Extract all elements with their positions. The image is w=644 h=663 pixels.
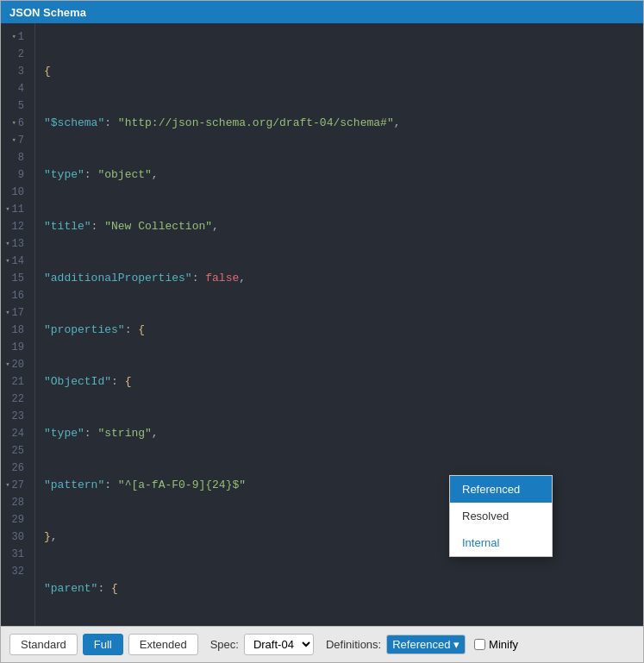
code-line-7: "ObjectId": {	[44, 373, 635, 391]
code-line-3: "type": "object",	[44, 166, 635, 184]
line-num-14: ▾14	[1, 253, 28, 270]
line-num-31: 31	[1, 546, 28, 563]
spec-label: Spec:	[210, 638, 239, 651]
line-num-26: 26	[1, 460, 28, 477]
line-num-9: 9	[1, 166, 28, 184]
code-line-6: "properties": {	[44, 322, 635, 339]
minify-checkbox-wrap: Minify	[474, 638, 518, 651]
line-num-3: 3	[1, 63, 28, 80]
line-num-17: ▾17	[1, 304, 28, 322]
spec-select[interactable]: Draft-04	[244, 634, 314, 655]
line-numbers: ▾1 2 3 4 5 ▾6 ▾7 8 9 10 ▾11 12 ▾13 ▾14 1…	[1, 23, 35, 626]
line-num-10: 10	[1, 184, 28, 201]
line-num-27: ▾27	[1, 477, 28, 494]
title-bar: JSON Schema	[1, 1, 643, 23]
code-line-1: {	[44, 63, 635, 80]
bottom-toolbar: Standard Full Extended Spec: Draft-04 De…	[1, 626, 643, 662]
line-num-4: 4	[1, 80, 28, 97]
line-num-32: 32	[1, 563, 28, 580]
tab-standard-button[interactable]: Standard	[9, 634, 78, 655]
line-num-21: 21	[1, 373, 28, 391]
line-num-28: 28	[1, 494, 28, 511]
definitions-select-button[interactable]: Referenced ▾	[386, 635, 466, 654]
tab-extended-button[interactable]: Extended	[128, 634, 198, 655]
line-num-29: 29	[1, 511, 28, 529]
line-num-30: 30	[1, 529, 28, 546]
code-line-5: "additionalProperties": false,	[44, 270, 635, 287]
definitions-dropdown-menu[interactable]: Referenced Resolved Internal	[449, 475, 553, 557]
minify-checkbox[interactable]	[474, 639, 485, 650]
line-num-25: 25	[1, 442, 28, 460]
editor-area: ▾1 2 3 4 5 ▾6 ▾7 8 9 10 ▾11 12 ▾13 ▾14 1…	[1, 23, 643, 626]
line-num-22: 22	[1, 391, 28, 408]
dropdown-item-resolved[interactable]: Resolved	[450, 503, 552, 529]
line-num-2: 2	[1, 46, 28, 63]
line-num-1: ▾1	[1, 28, 28, 46]
dropdown-item-internal[interactable]: Internal	[450, 529, 552, 556]
main-window: JSON Schema ▾1 2 3 4 5 ▾6 ▾7 8 9 10 ▾11 …	[0, 0, 644, 663]
line-num-23: 23	[1, 408, 28, 425]
line-num-24: 24	[1, 425, 28, 442]
line-num-18: 18	[1, 322, 28, 339]
tab-full-button[interactable]: Full	[83, 634, 123, 655]
line-num-13: ▾13	[1, 235, 28, 253]
definitions-label: Definitions:	[326, 638, 381, 651]
line-num-20: ▾20	[1, 356, 28, 373]
window-title: JSON Schema	[9, 6, 86, 19]
line-num-6: ▾6	[1, 115, 28, 132]
line-num-16: 16	[1, 287, 28, 304]
code-line-11: "parent": {	[44, 580, 635, 597]
line-num-15: 15	[1, 270, 28, 287]
line-num-5: 5	[1, 97, 28, 115]
line-num-19: 19	[1, 339, 28, 356]
line-num-11: ▾11	[1, 201, 28, 218]
line-num-12: 12	[1, 218, 28, 235]
code-line-4: "title": "New Collection",	[44, 218, 635, 235]
line-num-7: ▾7	[1, 132, 28, 149]
minify-label[interactable]: Minify	[489, 638, 518, 651]
code-line-2: "$schema": "http://json-schema.org/draft…	[44, 115, 635, 132]
dropdown-item-referenced[interactable]: Referenced	[450, 476, 552, 503]
code-line-8: "type": "string",	[44, 425, 635, 442]
line-num-8: 8	[1, 149, 28, 166]
